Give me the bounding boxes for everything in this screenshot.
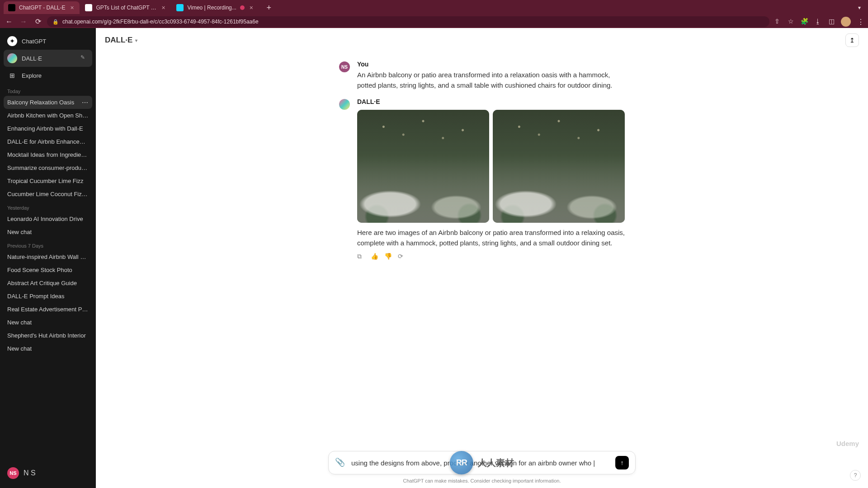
image-grid (357, 110, 625, 223)
history-title: Airbnb Kitchen with Open Shelvin (7, 112, 92, 119)
vimeo-favicon (176, 4, 184, 11)
new-tab-button[interactable]: + (263, 1, 275, 14)
history-item[interactable]: DALL-E Prompt Ideas (4, 290, 92, 303)
history-title: Balcony Relaxation Oasis (7, 99, 74, 106)
chatgpt-logo-icon: ✦ (7, 36, 17, 46)
model-label: DALL·E (105, 36, 132, 45)
history-item[interactable]: Leonardo AI Innovation Drive (4, 212, 92, 225)
upload-icon: ↥ (849, 37, 855, 44)
chevron-down-icon: ▾ (135, 38, 137, 43)
message-body: You An Airbnb balcony or patio area tran… (357, 61, 625, 91)
history-item[interactable]: Summarize consumer-producer c (4, 161, 92, 174)
history-item[interactable]: Tropical Cucumber Lime Fizz (4, 174, 92, 188)
extensions-icon[interactable]: 🧩 (800, 18, 808, 26)
explore-label: Explore (22, 72, 42, 79)
sidebar-explore[interactable]: ⊞ Explore (4, 67, 92, 84)
recording-indicator-icon (240, 5, 245, 10)
disclaimer-text: ChatGPT can make mistakes. Consider chec… (328, 478, 636, 483)
dalle-icon (7, 53, 17, 63)
tab-vimeo[interactable]: Vimeo | Recording... × (172, 1, 259, 14)
regenerate-icon[interactable]: ⟳ (398, 253, 407, 262)
generated-image-1[interactable] (357, 110, 489, 223)
history-item[interactable]: Real Estate Advertisement Poste (4, 303, 92, 316)
share-button[interactable]: ↥ (845, 33, 859, 47)
message-text: An Airbnb balcony or patio area transfor… (357, 70, 625, 91)
tab-dropdown-icon[interactable]: ▾ (854, 5, 864, 11)
dalle-label: DALL·E (22, 55, 42, 62)
app-container: ✦ ChatGPT DALL·E ✎ ⊞ Explore Today Balco… (0, 28, 868, 488)
chat-scroll[interactable]: NS You An Airbnb balcony or patio area t… (96, 52, 868, 451)
history-title: Leonardo AI Innovation Drive (7, 216, 83, 222)
history-item[interactable]: DALL-E for Airbnb Enhancement (4, 135, 92, 148)
reload-button[interactable]: ⟳ (33, 16, 43, 27)
user-name: N S (24, 469, 36, 477)
url-field[interactable]: 🔒 chat.openai.com/g/g-2fkFE8rbu-dall-e/c… (47, 16, 769, 27)
sidebar-dalle[interactable]: DALL·E ✎ (4, 50, 92, 67)
history-item[interactable]: Mocktail Ideas from Ingredients (4, 148, 92, 161)
close-icon[interactable]: × (69, 5, 75, 11)
copy-icon[interactable]: ⧉ (357, 253, 366, 262)
tab-strip: ChatGPT - DALL-E × GPTs List of ChatGPT … (0, 0, 868, 15)
tab-title: ChatGPT - DALL-E (19, 5, 65, 11)
history-title: Enhancing Airbnb with Dall-E (7, 125, 83, 132)
profile-avatar[interactable] (841, 17, 851, 27)
history-item[interactable]: Cucumber Lime Coconut Fizz 🍹 (4, 188, 92, 201)
tab-gpts-list[interactable]: GPTs List of ChatGPT | GPTS × (80, 1, 171, 14)
generated-image-2[interactable] (493, 110, 625, 223)
message-actions: ⧉ 👍 👎 ⟳ (357, 253, 625, 262)
tab-title: GPTs List of ChatGPT | GPTS (96, 5, 156, 11)
menu-icon[interactable]: ⋮ (856, 18, 864, 26)
history-item[interactable]: Nature-inspired Airbnb Wall Mura (4, 250, 92, 263)
user-avatar-icon: NS (339, 61, 350, 72)
thumbs-up-icon[interactable]: 👍 (371, 253, 380, 262)
share-icon[interactable]: ⇧ (773, 18, 781, 26)
explore-icon: ⊞ (7, 70, 17, 80)
history-title: Shepherd's Hut Airbnb Interior (7, 332, 86, 339)
back-button[interactable]: ← (4, 16, 14, 27)
history-title: New chat (7, 345, 32, 352)
history-item[interactable]: Enhancing Airbnb with Dall-E (4, 122, 92, 135)
history-item[interactable]: New chat (4, 316, 92, 329)
close-icon[interactable]: × (248, 5, 255, 11)
history-item[interactable]: Shepherd's Hut Airbnb Interior (4, 329, 92, 342)
lock-icon: 🔒 (52, 19, 59, 25)
message-input[interactable] (351, 459, 610, 467)
dalle-avatar-icon (339, 99, 350, 110)
bookmark-icon[interactable]: ☆ (787, 18, 795, 26)
send-button[interactable]: ↑ (615, 456, 629, 469)
history-item[interactable]: Abstract Art Critique Guide (4, 277, 92, 290)
history-title: DALL-E Prompt Ideas (7, 293, 64, 300)
main-header: DALL·E ▾ ↥ (96, 28, 868, 52)
author-label: DALL·E (357, 98, 625, 105)
chatgpt-label: ChatGPT (22, 38, 46, 45)
browser-actions: ⇧ ☆ 🧩 ⭳ ◫ ⋮ (773, 17, 864, 27)
more-icon[interactable]: ⋯ (82, 99, 89, 106)
history-item[interactable]: New chat (4, 225, 92, 239)
downloads-icon[interactable]: ⭳ (814, 18, 822, 26)
history-title: New chat (7, 229, 32, 235)
history-item[interactable]: Food Scene Stock Photo (4, 263, 92, 277)
main-content: DALL·E ▾ ↥ NS You An Airbnb balcony or p… (96, 28, 868, 488)
history-title: Real Estate Advertisement Poste (7, 306, 92, 313)
history-item[interactable]: Balcony Relaxation Oasis ⋯ (4, 96, 92, 109)
history-title: Summarize consumer-producer c (7, 164, 92, 171)
sidepanel-icon[interactable]: ◫ (827, 18, 835, 26)
arrow-up-icon: ↑ (621, 459, 624, 466)
edit-icon[interactable]: ✎ (80, 54, 89, 62)
chatgpt-favicon (8, 4, 15, 11)
sidebar-user[interactable]: NS N S (4, 463, 92, 483)
thumbs-down-icon[interactable]: 👎 (384, 253, 393, 262)
model-selector[interactable]: DALL·E ▾ (105, 36, 137, 45)
address-bar: ← → ⟳ 🔒 chat.openai.com/g/g-2fkFE8rbu-da… (0, 15, 868, 28)
close-icon[interactable]: × (160, 5, 166, 11)
help-button[interactable]: ? (850, 470, 861, 481)
sidebar-chatgpt[interactable]: ✦ ChatGPT (4, 33, 92, 50)
attach-icon[interactable]: 📎 (335, 457, 346, 468)
sidebar: ✦ ChatGPT DALL·E ✎ ⊞ Explore Today Balco… (0, 28, 96, 488)
history-item[interactable]: Airbnb Kitchen with Open Shelvin (4, 109, 92, 122)
history-item[interactable]: New chat (4, 342, 92, 355)
history-title: Nature-inspired Airbnb Wall Mura (7, 253, 92, 260)
history-title: Mocktail Ideas from Ingredients (7, 151, 89, 158)
tab-chatgpt[interactable]: ChatGPT - DALL-E × (4, 1, 80, 14)
forward-button[interactable]: → (18, 16, 29, 27)
